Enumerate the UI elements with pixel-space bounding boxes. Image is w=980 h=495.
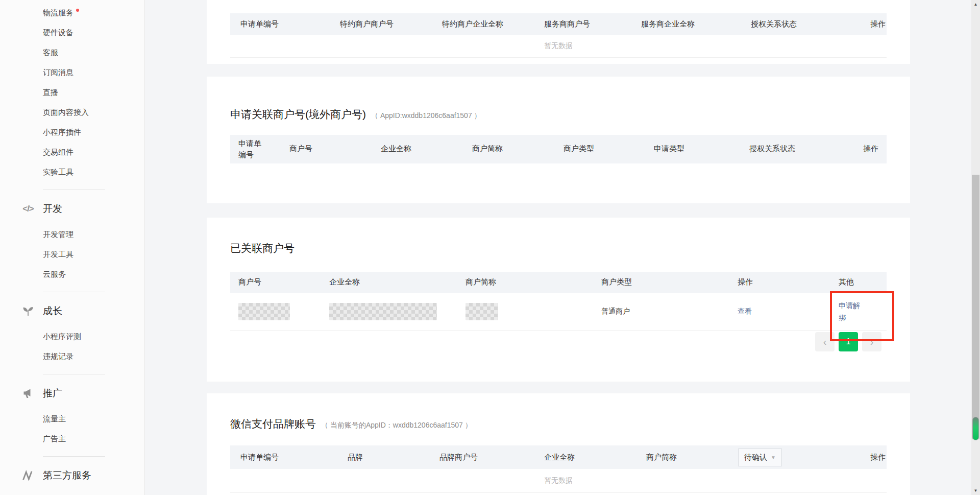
- col-header: 品牌: [337, 445, 429, 469]
- table-header-row: 商户号 企业全称 商户简称 商户类型 操作 其他: [230, 272, 887, 293]
- third-party-icon: [21, 469, 35, 482]
- sidebar-item-dev-manage[interactable]: 开发管理: [0, 225, 144, 245]
- scrollbar-up-arrow[interactable]: ▲: [971, 0, 980, 9]
- scroll-indicator: [972, 417, 979, 440]
- sidebar-divider: [43, 292, 105, 292]
- authorization-table: 申请单编号 特约商户商户号 特约商户企业全称 服务商商户号 服务商企业全称 授权…: [230, 13, 887, 58]
- col-header: 操作: [832, 445, 887, 469]
- col-header: 企业全称: [321, 272, 457, 293]
- main-content: 申请单编号 特约商户商户号 特约商户企业全称 服务商商户号 服务商企业全称 授权…: [145, 0, 971, 495]
- card-brand-account: 微信支付品牌账号 （ 当前账号的AppID：wxddb1206c6aaf1507…: [207, 393, 910, 495]
- sidebar-section-growth[interactable]: 成长: [0, 299, 144, 323]
- table-row: 普通商户 查看 申请解绑: [230, 293, 887, 331]
- sprout-icon: [21, 304, 35, 318]
- sidebar-section-promotion[interactable]: 推广: [0, 382, 144, 405]
- sidebar: 物流服务 硬件设备 客服 订阅消息 直播 页面内容接入 小程序插件 交易组件 实…: [0, 0, 145, 495]
- section-title: 微信支付品牌账号: [230, 417, 316, 431]
- pagination-prev-button[interactable]: ‹: [815, 332, 835, 351]
- col-header: 商户号: [230, 272, 321, 293]
- sidebar-item-customer-service[interactable]: 客服: [0, 43, 144, 63]
- redacted-merchant-id: [238, 303, 290, 320]
- col-header: 操作: [843, 135, 887, 163]
- col-header: 服务商商户号: [534, 13, 631, 35]
- empty-row: 暂无数据: [230, 35, 887, 57]
- col-header-filter: 待确认 ▼: [730, 445, 832, 469]
- col-header: 授权关系状态: [741, 135, 843, 163]
- col-header: 授权关系状态: [741, 13, 832, 35]
- linked-merchant-table: 商户号 企业全称 商户简称 商户类型 操作 其他 普通商户 查看 申请解绑: [230, 272, 887, 332]
- col-header: 特约商户商户号: [330, 13, 432, 35]
- col-header: 申请单编号: [230, 445, 337, 469]
- pagination: ‹ 1 ›: [230, 332, 881, 351]
- vertical-scrollbar[interactable]: ▲ ▼: [971, 0, 980, 495]
- other-cell: 申请解绑: [830, 293, 887, 331]
- card-linked-merchant: 已关联商户号 商户号 企业全称 商户简称 商户类型 操作 其他 普通商户 查看 …: [207, 218, 910, 382]
- sidebar-item-logistics[interactable]: 物流服务: [0, 3, 144, 23]
- col-header: 申请单编号: [230, 13, 330, 35]
- overseas-merchant-table: 申请单编号 商户号 企业全称 商户简称 商户类型 申请类型 授权关系状态 操作: [230, 135, 887, 163]
- col-header: 其他: [830, 272, 887, 293]
- brand-account-table: 申请单编号 品牌 品牌商户号 企业全称 商户简称 待确认 ▼ 操作 暂无数据: [230, 445, 887, 493]
- merchant-id-cell: [230, 293, 321, 331]
- col-header: 企业全称: [373, 135, 464, 163]
- table-header-row: 申请单编号 品牌 品牌商户号 企业全称 商户简称 待确认 ▼ 操作: [230, 445, 887, 469]
- unbind-link[interactable]: 申请解绑: [839, 301, 860, 322]
- sidebar-section-develop[interactable]: </> 开发: [0, 197, 144, 221]
- merchant-type-cell: 普通商户: [593, 293, 729, 331]
- col-header: 申请单编号: [230, 135, 281, 163]
- col-header: 品牌商户号: [429, 445, 534, 469]
- scrollbar-thumb[interactable]: [972, 175, 979, 439]
- table-header-row: 申请单编号 商户号 企业全称 商户简称 商户类型 申请类型 授权关系状态 操作: [230, 135, 887, 163]
- sidebar-section-third-party[interactable]: 第三方服务: [0, 464, 144, 487]
- redacted-shortname: [465, 303, 498, 320]
- col-header: 商户类型: [555, 135, 646, 163]
- view-link[interactable]: 查看: [738, 307, 752, 315]
- company-name-cell: [321, 293, 457, 331]
- sidebar-item-page-content[interactable]: 页面内容接入: [0, 103, 144, 123]
- card-authorization-table: 申请单编号 特约商户商户号 特约商户企业全称 服务商商户号 服务商企业全称 授权…: [207, 0, 910, 64]
- empty-row: 暂无数据: [230, 469, 887, 492]
- megaphone-icon: [21, 387, 35, 400]
- sidebar-item-cloud-service[interactable]: 云服务: [0, 265, 144, 285]
- col-header: 操作: [729, 272, 830, 293]
- col-header: 商户类型: [593, 272, 729, 293]
- sidebar-item-violation-record[interactable]: 违规记录: [0, 347, 144, 367]
- section-title: 已关联商户号: [230, 241, 295, 255]
- merchant-shortname-cell: [457, 293, 593, 331]
- pagination-page-1-button[interactable]: 1: [839, 332, 858, 351]
- section-title: 申请关联商户号(境外商户号): [230, 107, 366, 122]
- pagination-next-button[interactable]: ›: [862, 332, 881, 351]
- col-header: 商户简称: [457, 272, 593, 293]
- col-header: 操作: [832, 13, 887, 35]
- sidebar-divider: [43, 374, 105, 374]
- sidebar-item-label: 物流服务: [43, 8, 74, 18]
- appid-text: （ AppID:wxddb1206c6aaf1507 ）: [371, 111, 481, 121]
- sidebar-item-lab-tools[interactable]: 实验工具: [0, 162, 144, 182]
- chevron-down-icon: ▼: [771, 455, 776, 460]
- scrollbar-down-arrow[interactable]: ▼: [971, 486, 980, 495]
- status-filter-dropdown[interactable]: 待确认 ▼: [738, 449, 782, 466]
- col-header: 企业全称: [534, 445, 636, 469]
- sidebar-item-plugin[interactable]: 小程序插件: [0, 123, 144, 143]
- sidebar-item-advertiser[interactable]: 广告主: [0, 429, 144, 449]
- sidebar-divider: [43, 456, 105, 457]
- redacted-company-name: [329, 303, 437, 320]
- card-overseas-merchant: 申请关联商户号(境外商户号) （ AppID:wxddb1206c6aaf150…: [207, 77, 910, 203]
- col-header: 服务商企业全称: [631, 13, 741, 35]
- code-icon: </>: [21, 202, 35, 216]
- sidebar-item-subscribe-message[interactable]: 订阅消息: [0, 63, 144, 83]
- sidebar-item-live[interactable]: 直播: [0, 83, 144, 103]
- table-header-row: 申请单编号 特约商户商户号 特约商户企业全称 服务商商户号 服务商企业全称 授权…: [230, 13, 887, 35]
- col-header: 申请类型: [646, 135, 741, 163]
- sidebar-item-trade-component[interactable]: 交易组件: [0, 143, 144, 162]
- action-cell: 查看: [729, 293, 830, 331]
- appid-text: （ 当前账号的AppID：wxddb1206c6aaf1507 ）: [321, 421, 472, 430]
- no-data-text: 暂无数据: [230, 469, 887, 492]
- col-header: 商户简称: [636, 445, 730, 469]
- no-data-text: 暂无数据: [230, 35, 887, 57]
- sidebar-item-traffic-owner[interactable]: 流量主: [0, 409, 144, 429]
- col-header: 特约商户企业全称: [432, 13, 534, 35]
- sidebar-item-mp-evaluation[interactable]: 小程序评测: [0, 327, 144, 347]
- sidebar-item-hardware[interactable]: 硬件设备: [0, 23, 144, 43]
- sidebar-item-dev-tools[interactable]: 开发工具: [0, 245, 144, 265]
